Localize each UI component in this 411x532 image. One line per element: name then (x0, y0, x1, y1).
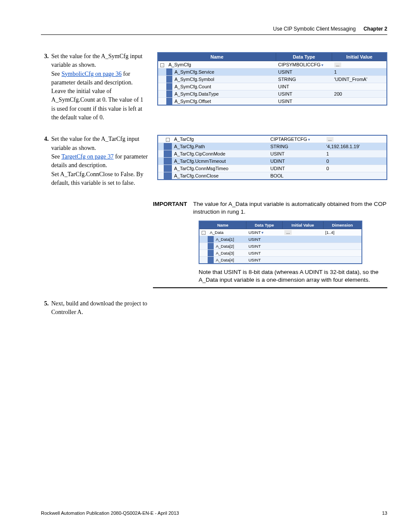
var-type: USINT (268, 150, 324, 158)
step-3: 3. Set the value for the A_SymCfg input … (41, 52, 149, 122)
page-number: 13 (382, 510, 387, 516)
var-value: ... (282, 229, 323, 236)
var-name: A_TarCfg.CipConnMode (172, 150, 268, 158)
step-number: 3. (41, 52, 49, 122)
table-row[interactable]: A_Data[2] USINT (199, 243, 362, 249)
var-value[interactable]: 1 (324, 150, 387, 158)
chevron-down-icon[interactable]: ▾ (307, 137, 310, 142)
step-number: 4. (41, 135, 49, 187)
var-name: A_SymCfg.Service (172, 68, 276, 76)
var-type: USINT (246, 249, 283, 256)
table-row[interactable]: A_TarCfg.ConnClose BOOL (158, 172, 387, 180)
step-text: Set the value for the A_SymCfg input var… (51, 53, 143, 68)
var-type: USINT (246, 256, 283, 264)
adata-table: Name Data Type Initial Value Dimension -… (199, 221, 362, 264)
var-value[interactable]: '4,192.168.1.19' (324, 143, 387, 150)
var-type: UDINT (268, 158, 324, 165)
table-row[interactable]: A_TarCfg.ConnMsgTimeo UDINT 0 (158, 165, 387, 172)
table-row[interactable]: A_SymCfg.Service USINT 1 (158, 68, 387, 76)
step-text: Set the value for the A_TarCfg input var… (51, 136, 139, 151)
header-rule (41, 34, 387, 35)
table-row[interactable]: A_SymCfg.Symbol STRING 'UDINT_FromA' (158, 76, 387, 83)
table-header: Initial Value (282, 221, 323, 229)
chevron-down-icon[interactable]: ▾ (261, 230, 264, 235)
table-row[interactable]: A_SymCfg.Offset USINT (158, 98, 387, 106)
important-body: The value for A_Data input variable is a… (193, 200, 387, 216)
table-header: Name (158, 53, 276, 61)
important-label: IMPORTANT (153, 200, 187, 216)
var-name: A_SymCfg.Count (172, 83, 276, 90)
var-type: USINT (276, 68, 332, 76)
var-type: USINT (246, 236, 283, 243)
link-symboliccfg[interactable]: SymbolicCfg on page 36 (62, 71, 122, 77)
var-name: A_SymCfg.DataType (172, 90, 276, 98)
table-header: Initial Value (332, 53, 387, 61)
var-name: A_SymCfg (166, 61, 276, 68)
table-row[interactable]: - A_TarCfg CIPTARGETCFG▾ ... (158, 135, 387, 143)
table-row[interactable]: A_Data[4] USINT (199, 256, 362, 264)
var-value[interactable]: 200 (332, 90, 387, 98)
var-value[interactable]: 'UDINT_FromA' (332, 76, 387, 83)
table-row[interactable]: - A_Data USINT▾ ... [1..4] (199, 229, 362, 236)
page-footer: Rockwell Automation Publication 2080-QS0… (41, 510, 387, 516)
var-type: CIPTARGETCFG▾ (268, 135, 324, 143)
tarcfg-table: - A_TarCfg CIPTARGETCFG▾ ... A_TarCfg.Pa… (157, 135, 387, 180)
symcfg-table: Name Data Type Initial Value - A_SymCfg … (157, 52, 387, 106)
collapse-icon[interactable]: - (160, 63, 164, 67)
var-value: ... (332, 61, 387, 68)
var-type: STRING (268, 143, 324, 150)
table-header: Data Type (276, 53, 332, 61)
link-targetcfg[interactable]: TargetCfg on page 37 (61, 153, 113, 160)
table-row[interactable]: A_SymCfg.DataType USINT 200 (158, 90, 387, 98)
chapter-label: Chapter 2 (364, 26, 387, 32)
table-row[interactable]: A_SymCfg.Count UINT (158, 83, 387, 90)
var-type: USINT▾ (246, 229, 283, 236)
step-4: 4. Set the value for the A_TarCfg input … (41, 135, 149, 187)
var-type: CIPSYMBOLICCFG▾ (276, 61, 332, 68)
var-type: BOOL (268, 172, 324, 180)
var-value[interactable]: 0 (324, 165, 387, 172)
var-name: A_SymCfg.Offset (172, 98, 276, 106)
step-number: 5. (41, 299, 49, 317)
var-value[interactable] (332, 83, 387, 90)
var-name: A_Data[4] (214, 256, 246, 264)
table-row[interactable]: A_TarCfg.Path STRING '4,192.168.1.19' (158, 143, 387, 150)
important-note: Note that USINT is 8-bit data (whereas A… (199, 268, 387, 284)
var-type: UINT (276, 83, 332, 90)
var-name: A_TarCfg.UcmmTimeout (172, 158, 268, 165)
var-name: A_Data (208, 229, 246, 236)
table-header: Data Type (246, 221, 283, 229)
var-value[interactable]: 0 (324, 158, 387, 165)
var-type: UDINT (268, 165, 324, 172)
table-row[interactable]: - A_SymCfg CIPSYMBOLICCFG▾ ... (158, 61, 387, 68)
step-5: 5. Next, build and download the project … (41, 299, 149, 317)
var-type: STRING (276, 76, 332, 83)
collapse-icon[interactable]: - (166, 138, 170, 142)
chevron-down-icon[interactable]: ▾ (321, 63, 324, 67)
table-header: Name (199, 221, 246, 229)
var-value[interactable] (324, 172, 387, 180)
collapse-icon[interactable]: - (202, 231, 206, 235)
table-row[interactable]: A_Data[1] USINT (199, 236, 362, 243)
var-name: A_Data[1] (214, 236, 246, 243)
var-value[interactable] (332, 98, 387, 106)
var-name: A_TarCfg.ConnMsgTimeo (172, 165, 268, 172)
page-header: Use CIP Symbolic Client Messaging Chapte… (41, 26, 387, 32)
step-text: Leave the initial value of A_SymCfg.Coun… (51, 88, 143, 121)
var-name: A_Data[3] (214, 249, 246, 256)
var-name: A_SymCfg.Symbol (172, 76, 276, 83)
var-name: A_TarCfg (172, 135, 268, 143)
table-row[interactable]: A_Data[3] USINT (199, 249, 362, 256)
step-text: See (51, 153, 61, 160)
var-name: A_TarCfg.Path (172, 143, 268, 150)
table-row[interactable]: A_TarCfg.CipConnMode USINT 1 (158, 150, 387, 158)
var-name: A_Data[2] (214, 243, 246, 249)
var-value: ... (324, 135, 387, 143)
var-type: USINT (276, 98, 332, 106)
table-row[interactable]: A_TarCfg.UcmmTimeout UDINT 0 (158, 158, 387, 165)
var-value[interactable]: 1 (332, 68, 387, 76)
publication-info: Rockwell Automation Publication 2080-QS0… (41, 510, 179, 516)
table-header: Dimension (323, 221, 362, 229)
section-title: Use CIP Symbolic Client Messaging (273, 26, 356, 32)
var-type: USINT (246, 243, 283, 249)
